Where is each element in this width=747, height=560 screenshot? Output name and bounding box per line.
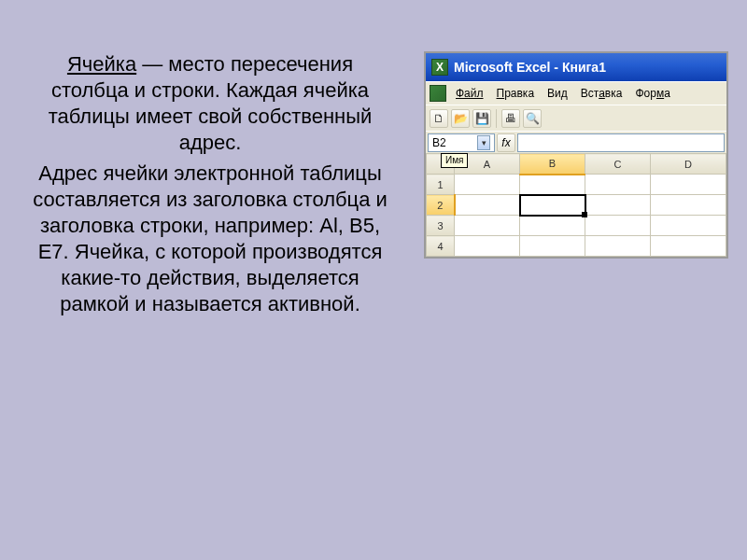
col-header-d[interactable]: D bbox=[651, 154, 726, 175]
excel-icon bbox=[431, 59, 448, 76]
print-button[interactable]: 🖶 bbox=[501, 109, 520, 128]
worksheet: A B C D 1 2 3 bbox=[426, 153, 726, 257]
cell-b2[interactable] bbox=[520, 195, 585, 216]
col-header-c[interactable]: C bbox=[585, 154, 651, 175]
open-button[interactable]: 📂 bbox=[451, 109, 470, 128]
cell-a4[interactable] bbox=[455, 236, 520, 257]
slide-text: Ячейка — место пересечения столбца и стр… bbox=[33, 51, 388, 318]
formula-input[interactable] bbox=[517, 133, 725, 152]
row-header-2[interactable]: 2 bbox=[427, 195, 455, 216]
cell-a3[interactable] bbox=[455, 216, 520, 236]
cell-c1[interactable] bbox=[585, 175, 651, 195]
cell-a2[interactable] bbox=[455, 195, 520, 216]
name-box-value: B2 bbox=[432, 136, 446, 149]
cell-b3[interactable] bbox=[520, 216, 585, 236]
cell-c3[interactable] bbox=[585, 216, 651, 236]
formula-bar-row: B2 ▾ fx bbox=[426, 131, 726, 153]
cell-b1[interactable] bbox=[520, 175, 585, 195]
paragraph-1: Ячейка — место пересечения столбца и стр… bbox=[33, 51, 388, 157]
cell-c2[interactable] bbox=[585, 195, 651, 216]
menu-bar: Файл Правка Вид Вставка Форма bbox=[426, 81, 726, 105]
workbook-icon bbox=[430, 85, 446, 102]
separator bbox=[496, 109, 497, 128]
term-cell: Ячейка bbox=[67, 52, 136, 76]
preview-button[interactable]: 🔍 bbox=[523, 109, 542, 128]
menu-file[interactable]: Файл bbox=[450, 85, 489, 102]
name-box-dropdown-icon[interactable]: ▾ bbox=[477, 135, 490, 150]
row-header-3[interactable]: 3 bbox=[427, 216, 455, 236]
save-button[interactable]: 💾 bbox=[472, 109, 491, 128]
menu-format[interactable]: Форма bbox=[629, 85, 675, 102]
cell-d4[interactable] bbox=[651, 236, 726, 257]
cell-a1[interactable] bbox=[455, 175, 520, 195]
menu-view[interactable]: Вид bbox=[542, 85, 573, 102]
name-box[interactable]: B2 ▾ bbox=[428, 133, 495, 152]
row-header-1[interactable]: 1 bbox=[427, 175, 455, 195]
titlebar: Microsoft Excel - Книга1 bbox=[426, 53, 726, 81]
name-box-tooltip: Имя bbox=[441, 153, 468, 168]
cell-b4[interactable] bbox=[520, 236, 585, 257]
paragraph-2: Адрес ячейки электронной таблицы составл… bbox=[33, 161, 388, 318]
menu-edit[interactable]: Правка bbox=[491, 85, 541, 102]
cell-d1[interactable] bbox=[651, 175, 726, 195]
standard-toolbar: 🗋 📂 💾 🖶 🔍 bbox=[426, 105, 726, 131]
window-title: Microsoft Excel - Книга1 bbox=[454, 60, 606, 75]
menu-insert[interactable]: Вставка bbox=[575, 85, 628, 102]
new-button[interactable]: 🗋 bbox=[430, 109, 448, 128]
cell-d2[interactable] bbox=[651, 195, 726, 216]
row-header-4[interactable]: 4 bbox=[427, 236, 455, 257]
excel-window: Microsoft Excel - Книга1 Файл Правка Вид… bbox=[424, 51, 728, 259]
cell-c4[interactable] bbox=[585, 236, 651, 257]
grid: A B C D 1 2 3 bbox=[426, 153, 726, 257]
cell-d3[interactable] bbox=[651, 216, 726, 236]
fx-button[interactable]: fx bbox=[497, 133, 515, 152]
col-header-b[interactable]: B bbox=[520, 154, 585, 175]
